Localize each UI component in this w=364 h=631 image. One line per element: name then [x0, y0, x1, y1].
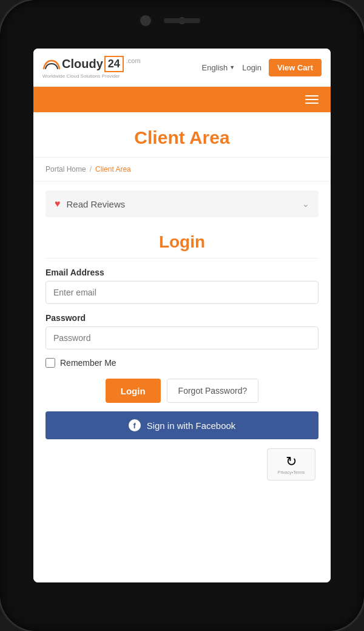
page-title: Client Area — [46, 127, 318, 148]
email-label: Email Address — [46, 268, 318, 277]
breadcrumb-separator: / — [90, 165, 92, 174]
chevron-down-icon: ▼ — [229, 64, 235, 70]
reviews-label: Read Reviews — [67, 199, 126, 209]
header-nav: English ▼ Login View Cart — [202, 59, 322, 76]
main-content: Client Area Portal Home / Client Area ♥ … — [33, 112, 331, 582]
heart-icon: ♥ — [55, 198, 61, 209]
email-form-group: Email Address — [46, 268, 318, 304]
login-section: Login Email Address Password Remember Me… — [33, 226, 331, 493]
remember-me-label: Remember Me — [60, 358, 116, 368]
recaptcha-text: Privacy•Terms — [274, 470, 309, 475]
language-label: English — [202, 63, 228, 72]
reviews-left: ♥ Read Reviews — [55, 198, 125, 209]
forgot-password-button[interactable]: Forgot Password? — [167, 379, 259, 403]
hamburger-line-3 — [305, 103, 318, 104]
logo-tagline: Worldwide Cloud Solutions Provider — [42, 73, 141, 79]
view-cart-button[interactable]: View Cart — [269, 59, 322, 76]
breadcrumb-current: Client Area — [95, 165, 131, 174]
hamburger-menu-button[interactable] — [305, 95, 318, 104]
hamburger-line-1 — [305, 95, 318, 96]
recaptcha-area: ↻ Privacy•Terms — [46, 448, 318, 481]
nav-bar — [33, 87, 331, 112]
facebook-signin-button[interactable]: f Sign in with Facebook — [46, 411, 318, 439]
login-link[interactable]: Login — [242, 63, 261, 72]
recaptcha-icon: ↻ — [274, 454, 309, 470]
remember-me-checkbox[interactable] — [46, 358, 55, 368]
login-button[interactable]: Login — [106, 379, 161, 403]
breadcrumb-home[interactable]: Portal Home — [46, 165, 86, 174]
breadcrumb: Portal Home / Client Area — [33, 158, 331, 181]
header: Cloudy 24 .com Worldwide Cloud Solutions… — [33, 49, 331, 87]
form-actions: Login Forgot Password? — [46, 379, 318, 403]
password-form-group: Password — [46, 313, 318, 349]
login-title: Login — [46, 232, 318, 258]
email-input[interactable] — [46, 281, 318, 304]
logo-icon — [42, 58, 61, 71]
remember-me-group: Remember Me — [46, 358, 318, 368]
logo-suffix: .com — [126, 57, 141, 64]
screen: Cloudy 24 .com Worldwide Cloud Solutions… — [33, 49, 331, 582]
facebook-icon: f — [129, 419, 141, 431]
language-selector[interactable]: English ▼ — [202, 63, 235, 72]
password-input[interactable] — [46, 326, 318, 349]
phone-frame: Cloudy 24 .com Worldwide Cloud Solutions… — [0, 0, 364, 631]
logo-area: Cloudy 24 .com Worldwide Cloud Solutions… — [42, 56, 141, 79]
reviews-panel[interactable]: ♥ Read Reviews ⌄ — [46, 191, 318, 217]
chevron-down-icon: ⌄ — [302, 199, 309, 209]
hamburger-line-2 — [305, 99, 318, 100]
password-label: Password — [46, 313, 318, 323]
page-title-section: Client Area — [33, 112, 331, 158]
logo-brand-text: Cloudy — [62, 57, 103, 71]
logo-24-text: 24 — [104, 56, 124, 72]
logo-main: Cloudy 24 .com — [42, 56, 141, 72]
recaptcha-box: ↻ Privacy•Terms — [267, 448, 315, 481]
facebook-btn-label: Sign in with Facebook — [147, 420, 236, 431]
